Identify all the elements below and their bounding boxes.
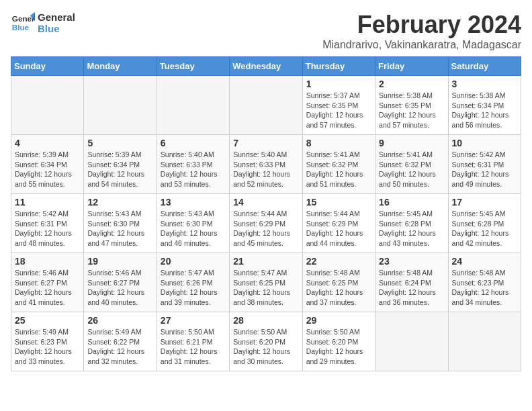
calendar-table: SundayMondayTuesdayWednesdayThursdayFrid…	[11, 56, 521, 371]
day-cell-7: 7Sunrise: 5:40 AM Sunset: 6:33 PM Daylig…	[230, 135, 302, 194]
day-info: Sunrise: 5:42 AM Sunset: 6:31 PM Dayligh…	[452, 150, 517, 189]
logo-line2: Blue	[38, 23, 75, 34]
day-cell-22: 22Sunrise: 5:48 AM Sunset: 6:25 PM Dayli…	[302, 253, 375, 312]
location-title: Miandrarivo, Vakinankaratra, Madagascar	[322, 39, 521, 51]
empty-cell	[11, 76, 84, 135]
week-row-1: 1Sunrise: 5:37 AM Sunset: 6:35 PM Daylig…	[11, 76, 521, 135]
day-info: Sunrise: 5:44 AM Sunset: 6:29 PM Dayligh…	[306, 209, 371, 248]
day-number: 8	[306, 138, 371, 148]
day-info: Sunrise: 5:39 AM Sunset: 6:34 PM Dayligh…	[87, 150, 152, 189]
day-number: 17	[452, 197, 517, 208]
day-cell-25: 25Sunrise: 5:49 AM Sunset: 6:23 PM Dayli…	[11, 312, 84, 371]
day-number: 9	[379, 138, 444, 148]
day-number: 28	[233, 315, 298, 326]
day-number: 29	[306, 315, 371, 326]
day-info: Sunrise: 5:50 AM Sunset: 6:20 PM Dayligh…	[233, 327, 298, 367]
day-number: 23	[379, 256, 444, 267]
day-number: 27	[161, 315, 226, 326]
day-cell-8: 8Sunrise: 5:41 AM Sunset: 6:32 PM Daylig…	[302, 135, 375, 194]
day-number: 12	[87, 197, 152, 208]
day-number: 11	[15, 197, 80, 208]
day-number: 13	[161, 197, 226, 208]
day-cell-15: 15Sunrise: 5:44 AM Sunset: 6:29 PM Dayli…	[302, 194, 375, 253]
day-cell-5: 5Sunrise: 5:39 AM Sunset: 6:34 PM Daylig…	[84, 135, 157, 194]
day-cell-17: 17Sunrise: 5:45 AM Sunset: 6:28 PM Dayli…	[448, 194, 521, 253]
day-number: 14	[233, 197, 298, 208]
day-info: Sunrise: 5:48 AM Sunset: 6:25 PM Dayligh…	[306, 268, 371, 308]
day-info: Sunrise: 5:45 AM Sunset: 6:28 PM Dayligh…	[452, 209, 517, 248]
day-number: 6	[161, 138, 226, 148]
day-info: Sunrise: 5:50 AM Sunset: 6:20 PM Dayligh…	[306, 327, 371, 367]
column-header-friday: Friday	[375, 57, 448, 76]
day-number: 7	[233, 138, 298, 148]
day-info: Sunrise: 5:43 AM Sunset: 6:30 PM Dayligh…	[161, 209, 226, 248]
day-number: 3	[452, 79, 517, 89]
empty-cell	[448, 312, 521, 371]
day-cell-14: 14Sunrise: 5:44 AM Sunset: 6:29 PM Dayli…	[230, 194, 302, 253]
day-cell-4: 4Sunrise: 5:39 AM Sunset: 6:34 PM Daylig…	[11, 135, 84, 194]
day-cell-28: 28Sunrise: 5:50 AM Sunset: 6:20 PM Dayli…	[230, 312, 302, 371]
day-number: 1	[306, 79, 371, 89]
day-info: Sunrise: 5:42 AM Sunset: 6:31 PM Dayligh…	[15, 209, 80, 248]
week-row-3: 11Sunrise: 5:42 AM Sunset: 6:31 PM Dayli…	[11, 194, 521, 253]
column-header-saturday: Saturday	[448, 57, 521, 76]
day-info: Sunrise: 5:48 AM Sunset: 6:24 PM Dayligh…	[379, 268, 444, 308]
day-cell-11: 11Sunrise: 5:42 AM Sunset: 6:31 PM Dayli…	[11, 194, 84, 253]
day-cell-27: 27Sunrise: 5:50 AM Sunset: 6:21 PM Dayli…	[157, 312, 229, 371]
day-cell-2: 2Sunrise: 5:38 AM Sunset: 6:35 PM Daylig…	[375, 76, 448, 135]
empty-cell	[230, 76, 302, 135]
day-cell-16: 16Sunrise: 5:45 AM Sunset: 6:28 PM Dayli…	[375, 194, 448, 253]
day-cell-21: 21Sunrise: 5:47 AM Sunset: 6:25 PM Dayli…	[230, 253, 302, 312]
day-number: 26	[87, 315, 152, 326]
logo-icon: General Blue	[11, 11, 35, 35]
day-cell-23: 23Sunrise: 5:48 AM Sunset: 6:24 PM Dayli…	[375, 253, 448, 312]
day-cell-24: 24Sunrise: 5:48 AM Sunset: 6:23 PM Dayli…	[448, 253, 521, 312]
day-info: Sunrise: 5:46 AM Sunset: 6:27 PM Dayligh…	[15, 268, 80, 308]
logo-line1: General	[38, 11, 75, 23]
day-cell-20: 20Sunrise: 5:47 AM Sunset: 6:26 PM Dayli…	[157, 253, 229, 312]
day-number: 22	[306, 256, 371, 267]
week-row-2: 4Sunrise: 5:39 AM Sunset: 6:34 PM Daylig…	[11, 135, 521, 194]
day-info: Sunrise: 5:40 AM Sunset: 6:33 PM Dayligh…	[233, 150, 298, 189]
day-info: Sunrise: 5:46 AM Sunset: 6:27 PM Dayligh…	[87, 268, 152, 308]
day-info: Sunrise: 5:44 AM Sunset: 6:29 PM Dayligh…	[233, 209, 298, 248]
day-info: Sunrise: 5:37 AM Sunset: 6:35 PM Dayligh…	[306, 91, 371, 130]
day-cell-29: 29Sunrise: 5:50 AM Sunset: 6:20 PM Dayli…	[302, 312, 375, 371]
day-info: Sunrise: 5:49 AM Sunset: 6:23 PM Dayligh…	[15, 327, 80, 367]
day-cell-26: 26Sunrise: 5:49 AM Sunset: 6:22 PM Dayli…	[84, 312, 157, 371]
day-number: 20	[161, 256, 226, 267]
day-cell-9: 9Sunrise: 5:41 AM Sunset: 6:32 PM Daylig…	[375, 135, 448, 194]
day-number: 18	[15, 256, 80, 267]
day-info: Sunrise: 5:38 AM Sunset: 6:35 PM Dayligh…	[379, 91, 444, 130]
day-cell-6: 6Sunrise: 5:40 AM Sunset: 6:33 PM Daylig…	[157, 135, 229, 194]
day-info: Sunrise: 5:48 AM Sunset: 6:23 PM Dayligh…	[452, 268, 517, 308]
day-number: 4	[15, 138, 80, 148]
logo: General Blue General Blue	[11, 11, 75, 35]
day-number: 25	[15, 315, 80, 326]
empty-cell	[375, 312, 448, 371]
day-number: 15	[306, 197, 371, 208]
day-number: 16	[379, 197, 444, 208]
day-cell-18: 18Sunrise: 5:46 AM Sunset: 6:27 PM Dayli…	[11, 253, 84, 312]
page-header: General Blue General Blue February 2024 …	[11, 11, 521, 51]
day-info: Sunrise: 5:47 AM Sunset: 6:25 PM Dayligh…	[233, 268, 298, 308]
day-info: Sunrise: 5:39 AM Sunset: 6:34 PM Dayligh…	[15, 150, 80, 189]
day-info: Sunrise: 5:47 AM Sunset: 6:26 PM Dayligh…	[161, 268, 226, 308]
empty-cell	[157, 76, 229, 135]
day-number: 21	[233, 256, 298, 267]
column-header-wednesday: Wednesday	[230, 57, 302, 76]
day-number: 19	[87, 256, 152, 267]
day-info: Sunrise: 5:38 AM Sunset: 6:34 PM Dayligh…	[452, 91, 517, 130]
title-section: February 2024 Miandrarivo, Vakinankaratr…	[322, 11, 521, 51]
week-row-5: 25Sunrise: 5:49 AM Sunset: 6:23 PM Dayli…	[11, 312, 521, 371]
calendar-header-row: SundayMondayTuesdayWednesdayThursdayFrid…	[11, 57, 521, 76]
week-row-4: 18Sunrise: 5:46 AM Sunset: 6:27 PM Dayli…	[11, 253, 521, 312]
day-cell-12: 12Sunrise: 5:43 AM Sunset: 6:30 PM Dayli…	[84, 194, 157, 253]
day-info: Sunrise: 5:49 AM Sunset: 6:22 PM Dayligh…	[87, 327, 152, 367]
day-info: Sunrise: 5:40 AM Sunset: 6:33 PM Dayligh…	[161, 150, 226, 189]
day-cell-13: 13Sunrise: 5:43 AM Sunset: 6:30 PM Dayli…	[157, 194, 229, 253]
month-title: February 2024	[322, 11, 521, 39]
column-header-monday: Monday	[84, 57, 157, 76]
empty-cell	[84, 76, 157, 135]
svg-text:Blue: Blue	[12, 23, 30, 32]
